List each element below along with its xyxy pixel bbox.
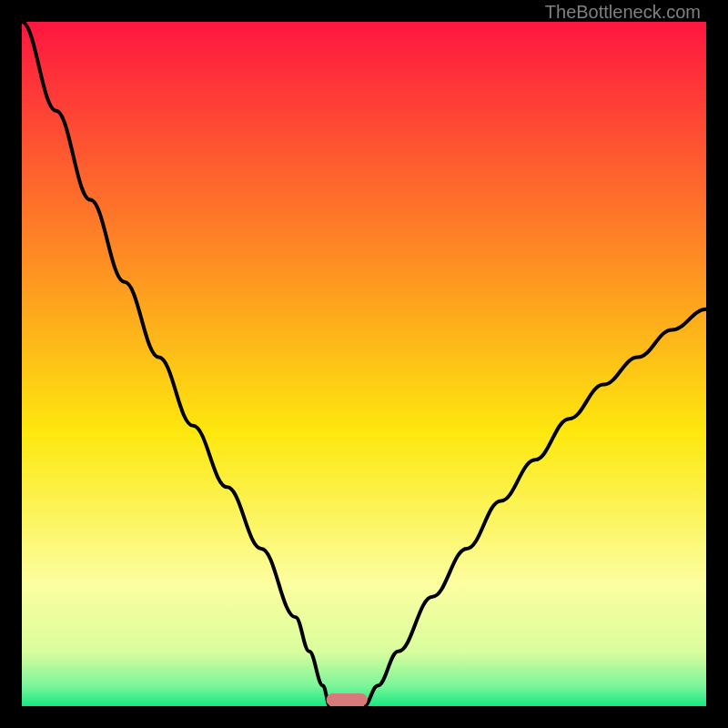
attribution-text: TheBottleneck.com bbox=[545, 2, 701, 23]
chart-frame bbox=[0, 0, 728, 728]
